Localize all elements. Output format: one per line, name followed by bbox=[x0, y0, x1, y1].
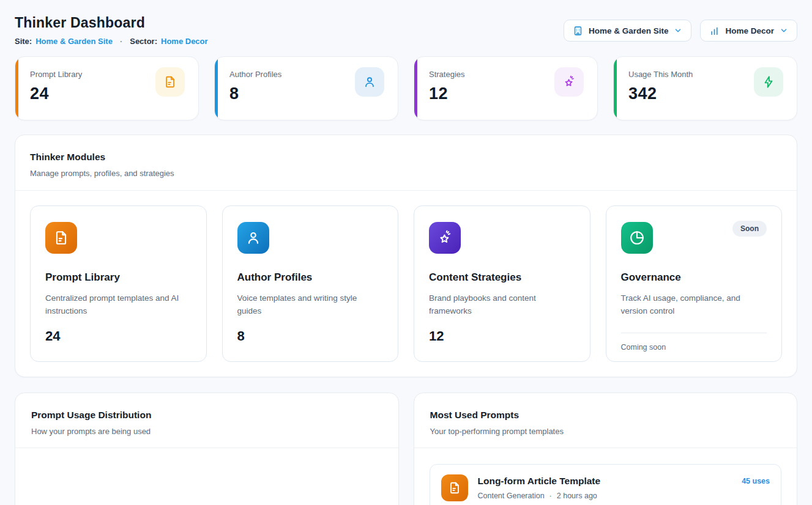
building-icon bbox=[573, 26, 583, 36]
stat-card-author-profiles: Author Profiles 8 bbox=[214, 56, 398, 120]
file-text-icon bbox=[441, 474, 468, 501]
prompt-meta: Content Generation · 2 hours ago bbox=[478, 492, 732, 500]
chevron-down-icon bbox=[780, 26, 788, 35]
stat-card-strategies: Strategies 12 bbox=[414, 56, 598, 120]
divider bbox=[621, 333, 767, 333]
module-card-governance[interactable]: Soon Governance Track AI usage, complian… bbox=[606, 205, 783, 362]
modules-grid: Prompt Library Centralized prompt templa… bbox=[15, 191, 797, 377]
module-card-prompt-library[interactable]: Prompt Library Centralized prompt templa… bbox=[30, 205, 207, 362]
sparkle-star-icon bbox=[554, 67, 584, 97]
prompt-list-item[interactable]: Long-form Article Template Content Gener… bbox=[430, 464, 782, 505]
most-used-prompts-card: Most Used Prompts Your top-performing pr… bbox=[414, 393, 798, 505]
module-description: Centralized prompt templates and AI inst… bbox=[45, 292, 192, 318]
prompt-usage-card: Prompt Usage Distribution How your promp… bbox=[15, 393, 399, 505]
modules-panel-title: Thinker Modules bbox=[30, 152, 782, 163]
module-title: Prompt Library bbox=[45, 271, 192, 284]
soon-badge: Soon bbox=[732, 221, 767, 237]
sector-link[interactable]: Home Decor bbox=[161, 37, 208, 46]
sparkle-star-icon bbox=[429, 222, 461, 254]
accent-bar bbox=[614, 57, 617, 120]
usage-card-title: Prompt Usage Distribution bbox=[31, 410, 382, 421]
prompt-time: 2 hours ago bbox=[557, 492, 597, 500]
prompt-info: Long-form Article Template Content Gener… bbox=[478, 476, 732, 500]
file-text-icon bbox=[45, 222, 77, 254]
accent-bar bbox=[15, 57, 18, 120]
thinker-modules-panel: Thinker Modules Manage prompts, profiles… bbox=[15, 135, 797, 377]
header-left: Thinker Dashboard Site: Home & Garden Si… bbox=[15, 15, 208, 46]
stat-card-prompt-library: Prompt Library 24 bbox=[15, 56, 199, 120]
header-actions: Home & Garden Site Home Decor bbox=[564, 20, 797, 42]
module-description: Voice templates and writing style guides bbox=[237, 292, 384, 318]
page-title: Thinker Dashboard bbox=[15, 15, 208, 31]
page-header: Thinker Dashboard Site: Home & Garden Si… bbox=[15, 0, 797, 46]
chevron-down-icon bbox=[674, 26, 682, 35]
sector-selector-dropdown[interactable]: Home Decor bbox=[700, 20, 797, 42]
prompts-card-subtitle: Your top-performing prompt templates bbox=[430, 427, 781, 436]
module-description: Brand playbooks and content frameworks bbox=[429, 292, 575, 318]
modules-panel-header: Thinker Modules Manage prompts, profiles… bbox=[15, 135, 797, 190]
module-count: 24 bbox=[45, 328, 192, 344]
breadcrumb: Site: Home & Garden Site · Sector: Home … bbox=[15, 37, 208, 46]
site-selector-dropdown[interactable]: Home & Garden Site bbox=[564, 20, 692, 42]
prompt-category: Content Generation bbox=[478, 492, 545, 500]
sector-label: Sector: bbox=[130, 37, 157, 46]
prompts-card-header: Most Used Prompts Your top-performing pr… bbox=[414, 393, 797, 448]
module-description: Track AI usage, compliance, and version … bbox=[621, 292, 767, 318]
person-icon bbox=[355, 67, 384, 97]
breadcrumb-separator: · bbox=[120, 37, 122, 46]
module-count: 12 bbox=[429, 328, 575, 344]
meta-separator: · bbox=[549, 492, 552, 500]
usage-card-subtitle: How your prompts are being used bbox=[31, 427, 382, 436]
modules-panel-subtitle: Manage prompts, profiles, and strategies bbox=[30, 169, 782, 178]
prompt-uses-badge: 45 uses bbox=[742, 477, 770, 485]
module-title: Governance bbox=[621, 271, 767, 284]
bar-chart-icon bbox=[709, 26, 720, 36]
module-card-content-strategies[interactable]: Content Strategies Brand playbooks and c… bbox=[414, 205, 590, 362]
bottom-row: Prompt Usage Distribution How your promp… bbox=[15, 393, 797, 505]
file-text-icon bbox=[155, 67, 185, 97]
donut-chart-area: 15% bbox=[15, 448, 398, 505]
site-link[interactable]: Home & Garden Site bbox=[35, 37, 113, 46]
site-label: Site: bbox=[15, 37, 32, 46]
prompts-card-title: Most Used Prompts bbox=[430, 410, 781, 421]
dashboard-page: Thinker Dashboard Site: Home & Garden Si… bbox=[0, 0, 812, 505]
stats-row: Prompt Library 24 Author Profiles 8 Stra… bbox=[15, 56, 797, 120]
module-count: 8 bbox=[237, 328, 384, 344]
usage-card-header: Prompt Usage Distribution How your promp… bbox=[15, 393, 398, 448]
accent-bar bbox=[215, 57, 218, 120]
person-icon bbox=[237, 222, 269, 254]
stat-card-usage: Usage This Month 342 bbox=[613, 56, 797, 120]
sector-selector-label: Home Decor bbox=[725, 26, 774, 35]
module-title: Content Strategies bbox=[429, 271, 575, 284]
pie-chart-icon bbox=[621, 222, 653, 254]
coming-soon-text: Coming soon bbox=[621, 343, 767, 352]
accent-bar bbox=[414, 57, 417, 120]
site-selector-label: Home & Garden Site bbox=[589, 26, 669, 35]
prompt-title: Long-form Article Template bbox=[478, 476, 732, 487]
lightning-icon bbox=[754, 67, 783, 97]
module-title: Author Profiles bbox=[237, 271, 384, 284]
prompts-list: Long-form Article Template Content Gener… bbox=[414, 448, 797, 505]
module-card-author-profiles[interactable]: Author Profiles Voice templates and writ… bbox=[222, 205, 399, 362]
